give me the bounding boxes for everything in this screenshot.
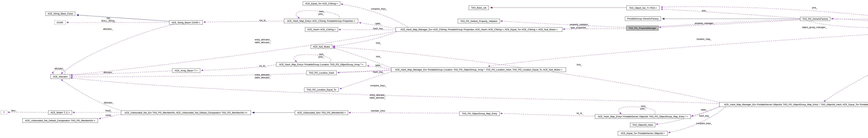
edge-self-loop-entry2 (294, 54, 331, 62)
edge-entry-table-allocator-3 (71, 78, 719, 104)
node-tao-pg-propertymanager[interactable]: TAO_PG_PropertyManager (626, 26, 658, 30)
edge-self-loop-entry1 (296, 10, 339, 19)
edge-label-allocator-self: allocator_ (55, 67, 64, 70)
edge-label-poa-ogm: poa_ (812, 6, 817, 9)
node-ace-hash-cstring[interactable]: ACE_Hash< ACE_CString > (305, 27, 338, 32)
edge-entry-table-allocator-2 (71, 70, 391, 77)
edge-label-hash-key-2: hash_key_ (373, 71, 384, 73)
edge-label-entry-allocator-1: entry_allocator_ (255, 38, 271, 41)
node-ace-array-base-t[interactable]: ACE_Array_Base< T > (172, 68, 200, 73)
node-ace-equal-to-cstring[interactable]: ACE_Equal_To< ACE_CString > (303, 1, 340, 6)
edge-poa-gf (661, 9, 800, 19)
edge-label-next-3: next_ (641, 105, 647, 107)
edge-label-property-validator: property_validator_ (570, 23, 589, 26)
edge-label-int-id-2: int_id_ (259, 65, 266, 67)
node-tao-pg-objectgroup-map-entry[interactable]: TAO_PG_ObjectGroup_Map_Entry (459, 111, 500, 116)
node-tao-pg-default-property-validator[interactable]: TAO_PG_Default_Property_Validator (458, 19, 500, 23)
edge-label-head: head_ (105, 109, 112, 112)
edge-label-table-allocator-1: table_allocator_ (255, 41, 271, 44)
node-hash-map-manager-objectid-map-entry[interactable]: ACE_Hash_Map_Manager_Ex< PortableServer:… (719, 102, 868, 107)
edge-label-int-id-3: int_id_ (577, 112, 583, 114)
edge-object-group-manager-pm (658, 19, 868, 27)
node-ace-null-mutex[interactable]: ACE_Null_Mutex (311, 45, 332, 49)
node-ace-string-base-const[interactable]: ACE_String_Base_Const (45, 12, 75, 16)
edge-location-map (488, 30, 868, 66)
edge-label-member-infos: member_infos (371, 110, 385, 112)
edge-label-table-1: table_ (375, 23, 381, 25)
edge-label-prev-1: prev_ (318, 13, 324, 15)
edge-label-compare-keys-1: compare_keys_ (371, 8, 387, 10)
edge-allocator-array (71, 71, 172, 75)
edge-label-table-2: table_ (375, 64, 381, 66)
node-tao-pg-genericfactory[interactable]: TAO_PG_GenericFactory (800, 17, 830, 21)
edge-label-location-map: location_map_ (696, 38, 711, 40)
edge-label-poa-gf: poa_ (702, 9, 707, 12)
edge-label-hash-key-3: hash_key_ (699, 115, 710, 117)
edge-label-type-properties: type_properties_ (570, 26, 587, 29)
node-hash-map-entry-objectid-map-entry[interactable]: ACE_Hash_Map_Entry< PortableServer::Obje… (595, 114, 690, 119)
edge-label-next-2: next_ (319, 53, 324, 55)
edge-inherit-string-base-const (76, 15, 169, 21)
edge-label-entry-allocator-3: entry_allocator_ (370, 94, 386, 96)
node-ace-string-base-char[interactable]: ACE_String_Base< CHAR > (169, 20, 203, 25)
edge-label-entry-allocator-2: entry_allocator_ (255, 74, 271, 76)
edge-compare-keys-3 (669, 107, 726, 133)
edge-label-lock-3: lock_ (577, 63, 582, 66)
diagram-canvas: ACE_String_Base_ConstCHARACE_String_Base… (0, 0, 868, 138)
edge-label-table-allocator-3: table_allocator_ (370, 96, 386, 99)
node-hash-map-entry-location-array[interactable]: ACE_Hash_Map_Entry< PortableGroup::Locat… (276, 62, 366, 66)
node-ace-unbounded-set-default-comparator[interactable]: ACE_Unbounded_Set_Default_Comparator< TA… (22, 118, 98, 123)
edge-label-rep: rep_ (106, 17, 111, 19)
edge-allocator-set (61, 80, 122, 111)
edge-object-group-map (824, 31, 868, 102)
edge-member-infos (349, 113, 459, 113)
edge-label-prev-3: prev_ (640, 108, 646, 110)
edge-label-table-3: table_ (701, 109, 707, 111)
edge-allocator-string-base (61, 25, 174, 74)
edge-label-compare-keys-2: compare_keys_ (370, 84, 386, 87)
node-ace-unbounded-set-ex[interactable]: ACE_Unbounded_Set_Ex< TAO_PG_MemberInfo,… (121, 111, 251, 115)
edge-label-table-allocator-2: table_allocator_ (255, 76, 271, 79)
edge-label-hash-key-1: hash_key_ (373, 27, 384, 30)
edge-self-loop-entry3 (618, 107, 655, 114)
edge-allocator-self-loop (53, 70, 65, 74)
edge-label-allocator-set: allocator_ (104, 102, 114, 104)
edge-entry-table-allocator-1 (71, 31, 396, 75)
edge-label-prev-2: prev_ (318, 56, 324, 58)
node-portablegroup-genericfactory[interactable]: PortableGroup::GenericFactory (625, 17, 661, 21)
edge-label-compare-keys-3: compare_keys_ (696, 122, 712, 125)
node-tao-objectid-hash[interactable]: TAO_ObjectId_Hash (630, 123, 655, 127)
node-hash-map-manager-location-array[interactable]: ACE_Hash_Map_Manager_Ex< PortableGroup::… (391, 67, 566, 72)
edge-lock-1 (333, 32, 397, 46)
node-tao-base-var[interactable]: TAO_Base_var (469, 6, 489, 10)
edge-property-validator (501, 21, 626, 27)
edge-ext-id-1 (204, 21, 284, 22)
edge-label-property-manager: property_manager_ (695, 22, 714, 24)
node-ace-node-t-c[interactable]: ACE_Node< T, C > (48, 111, 72, 114)
edge-label-allocator-array: allocator_ (103, 71, 113, 74)
node-hash-map-manager-cstring-properties[interactable]: ACE_Hash_Map_Manager_Ex< ACE_CString, Po… (396, 27, 562, 32)
edge-generic-factory (831, 19, 868, 28)
edge-poa-ogm (661, 7, 868, 27)
node-char[interactable]: CHAR (54, 20, 65, 25)
node-tao-objref-var-t-poa[interactable]: TAO_Objref_Var_T< POA > (626, 6, 659, 10)
node-t[interactable]: T (1, 110, 7, 114)
node-ace-unbounded-set[interactable]: ACE_Unbounded_Set< TAO_PG_MemberInfo > (295, 111, 348, 115)
node-tao-pg-location-hash[interactable]: TAO_PG_Location_Hash (306, 71, 337, 75)
edge-label-item: item_ (11, 109, 17, 112)
edge-label-object-group-manager-gf: object_group_manager_ (802, 26, 827, 28)
edge-label-lock-2: lock_ (376, 55, 381, 58)
edge-lock-3 (333, 47, 719, 102)
edge-label-null-string: NULL_String_ (101, 20, 116, 22)
node-tao-pg-location-equal-to[interactable]: TAO_PG_Location_Equal_To (304, 87, 339, 92)
edge-label-next-1: next_ (319, 10, 324, 12)
edge-label-ext-id-1: ext_id_ (259, 19, 267, 21)
edge-rep-null-string (66, 22, 169, 23)
edge-label-allocator-string-base: allocator_ (103, 28, 113, 30)
edge-label-lock-1: lock_ (376, 42, 381, 44)
node-ace-equal-to-objectid[interactable]: ACE_Equal_To< PortableServer::ObjectId > (618, 131, 668, 135)
node-hash-map-entry-cstring-properties[interactable]: ACE_Hash_Map_Entry< ACE_CString, Portabl… (284, 19, 358, 23)
edge-property-manager (659, 20, 800, 27)
node-ace-allocator[interactable]: ACE_Allocator (51, 74, 70, 79)
edge-label-comp: comp_ (105, 114, 112, 116)
